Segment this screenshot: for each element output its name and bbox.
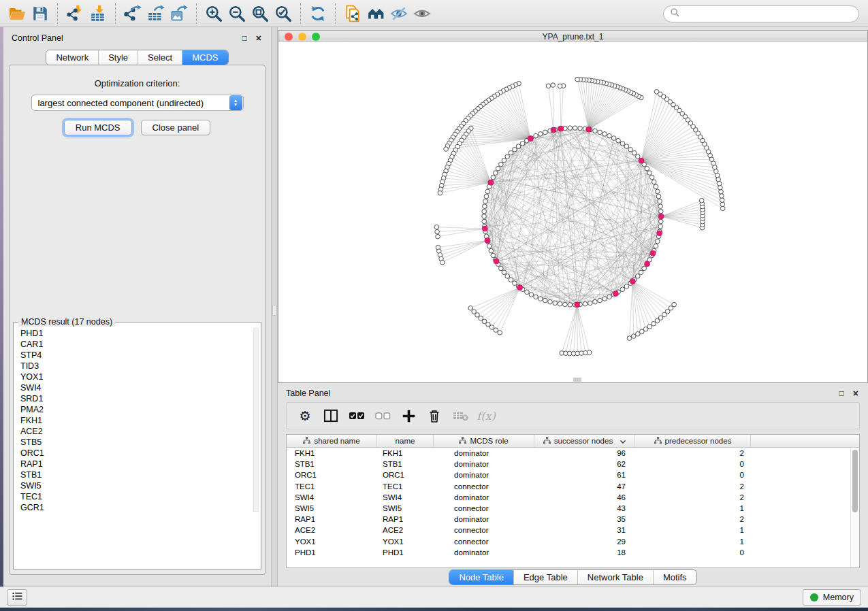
network-window-titlebar[interactable]: YPA_prune.txt_1 [278, 31, 867, 42]
graph-node[interactable] [502, 270, 507, 275]
task-history-button[interactable] [7, 589, 27, 606]
gear-icon[interactable]: ⚙ [292, 406, 318, 426]
graph-node[interactable] [636, 274, 641, 279]
graph-node[interactable] [494, 328, 498, 333]
graph-node[interactable] [620, 141, 625, 146]
graph-node[interactable] [636, 154, 641, 159]
export-table-icon[interactable] [144, 3, 167, 24]
memory-button[interactable]: Memory [803, 589, 861, 606]
graph-node[interactable] [546, 84, 551, 88]
graph-node[interactable] [658, 204, 663, 209]
cell-shared_name[interactable]: SWI4 [287, 493, 377, 501]
cell-shared_name[interactable]: ORC1 [287, 471, 377, 479]
graph-node[interactable] [513, 148, 517, 152]
mcds-result-item[interactable]: STP4 [20, 350, 254, 361]
graph-node[interactable] [639, 270, 643, 275]
cell-successor_nodes[interactable]: 18 [534, 548, 635, 557]
import-network-icon[interactable] [63, 3, 86, 24]
graph-node[interactable] [563, 302, 568, 307]
close-table-panel-icon[interactable]: × [853, 389, 858, 398]
graph-node[interactable] [543, 298, 548, 303]
cell-mcds_role[interactable]: dominator [434, 493, 534, 501]
graph-node[interactable] [573, 126, 577, 131]
mcds-result-item[interactable]: TID3 [20, 361, 254, 371]
mcds-result-item[interactable]: STB1 [20, 469, 254, 480]
graph-node[interactable] [607, 295, 612, 299]
result-list-scrollbar[interactable] [253, 328, 259, 512]
mcds-result-item[interactable]: PMA2 [20, 404, 254, 415]
cell-predecessor_nodes[interactable]: 2 [635, 449, 751, 457]
mcds-result-item[interactable]: RAP1 [20, 459, 254, 469]
cell-predecessor_nodes[interactable]: 1 [635, 526, 751, 534]
split-pane-divider[interactable] [271, 27, 278, 587]
graph-node[interactable] [624, 144, 629, 149]
graph-node[interactable] [434, 225, 439, 229]
graph-node[interactable] [502, 158, 507, 163]
ndex-share-icon[interactable] [341, 3, 364, 24]
split-panel-icon[interactable] [318, 406, 344, 426]
graph-node[interactable] [529, 293, 534, 297]
graph-node[interactable] [642, 266, 647, 271]
graph-node[interactable] [489, 248, 494, 253]
graph-node[interactable] [444, 147, 449, 152]
graph-node[interactable] [479, 316, 483, 320]
cell-name[interactable]: YOX1 [377, 538, 434, 546]
graph-node[interactable] [525, 290, 530, 295]
add-column-icon[interactable] [396, 406, 421, 426]
cell-successor_nodes[interactable]: 47 [534, 482, 635, 491]
tab-motifs[interactable]: Motifs [653, 570, 696, 584]
graph-node[interactable] [593, 129, 598, 133]
table-row[interactable]: SWI4SWI4dominator462 [287, 492, 859, 503]
graph-node[interactable] [558, 84, 562, 88]
graph-hub-node[interactable] [488, 180, 494, 185]
neighbors-icon[interactable] [364, 3, 387, 24]
cell-successor_nodes[interactable]: 29 [534, 538, 635, 546]
tab-style[interactable]: Style [98, 50, 138, 65]
cell-shared_name[interactable]: RAP1 [287, 515, 377, 523]
graph-node[interactable] [483, 199, 488, 204]
open-session-icon[interactable] [5, 3, 29, 24]
graph-hub-node[interactable] [494, 259, 499, 264]
graph-node[interactable] [647, 171, 652, 176]
graph-hub-node[interactable] [528, 136, 533, 142]
mcds-result-item[interactable]: TEC1 [20, 491, 254, 502]
graph-node[interactable] [719, 190, 724, 195]
graph-node[interactable] [513, 281, 517, 286]
cell-predecessor_nodes[interactable]: 2 [635, 482, 751, 491]
cell-successor_nodes[interactable]: 62 [534, 460, 635, 468]
graph-node[interactable] [654, 244, 658, 248]
cell-mcds_role[interactable]: connector [434, 526, 534, 534]
graph-node[interactable] [499, 162, 504, 167]
graph-node[interactable] [720, 198, 724, 203]
graph-node[interactable] [440, 260, 445, 265]
graph-node[interactable] [598, 130, 602, 135]
mcds-result-item[interactable]: GCR1 [20, 502, 254, 513]
cell-mcds_role[interactable]: dominator [434, 471, 534, 479]
tab-mcds[interactable]: MCDS [182, 50, 227, 65]
graph-hub-node[interactable] [630, 278, 635, 284]
cell-predecessor_nodes[interactable]: 2 [635, 515, 751, 523]
graph-node[interactable] [602, 132, 607, 137]
graph-node[interactable] [652, 180, 656, 184]
cell-shared_name[interactable]: TEC1 [287, 482, 377, 491]
show-all-icon[interactable] [411, 3, 434, 24]
mcds-result-item[interactable]: SWI5 [20, 480, 254, 491]
table-row[interactable]: ORC1ORC1dominator610 [287, 469, 859, 480]
mcds-result-item[interactable]: CAR1 [20, 339, 254, 350]
zoom-fit-icon[interactable] [248, 3, 272, 24]
cell-mcds_role[interactable]: connector [434, 504, 534, 512]
graph-node[interactable] [551, 83, 556, 88]
graph-hub-node[interactable] [575, 302, 580, 308]
graph-node[interactable] [568, 126, 573, 131]
graph-node[interactable] [491, 253, 496, 258]
graph-node[interactable] [588, 301, 593, 306]
search-input[interactable] [684, 10, 852, 19]
cell-mcds_role[interactable]: dominator [434, 548, 534, 557]
graph-node[interactable] [658, 199, 662, 204]
network-graph[interactable] [278, 42, 867, 380]
cell-successor_nodes[interactable]: 96 [534, 449, 635, 457]
graph-node[interactable] [553, 301, 558, 306]
mcds-result-item[interactable]: ORC1 [20, 448, 254, 459]
graph-node[interactable] [654, 184, 658, 189]
cell-predecessor_nodes[interactable]: 0 [635, 548, 751, 557]
